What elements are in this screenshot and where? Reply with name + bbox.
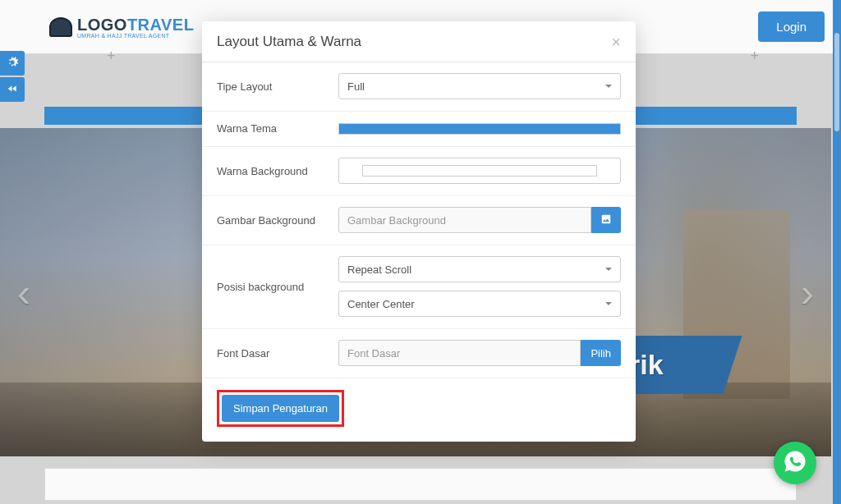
label-tipe-layout: Tipe Layout: [217, 80, 338, 93]
row-tipe-layout: Tipe Layout Full: [202, 62, 636, 112]
select-posisi-align-value: Center Center: [347, 298, 415, 310]
layout-settings-modal: Layout Utama & Warna × Tipe Layout Full …: [202, 21, 636, 442]
input-font-dasar[interactable]: Font Dasar: [338, 340, 581, 366]
label-posisi-background: Posisi background: [217, 281, 338, 293]
color-picker-background-wrap: [338, 158, 621, 184]
color-picker-tema[interactable]: [338, 123, 621, 135]
modal-title: Layout Utama & Warna: [217, 34, 361, 50]
save-settings-button[interactable]: Simpan Pengaturan: [222, 395, 339, 422]
label-warna-tema: Warna Tema: [217, 122, 338, 135]
row-warna-background: Warna Background: [202, 147, 636, 196]
save-highlight: Simpan Pengaturan: [217, 390, 344, 427]
row-posisi-background: Posisi background Repeat Scroll Center C…: [202, 245, 636, 329]
modal-header: Layout Utama & Warna ×: [202, 21, 636, 62]
modal-body: Tipe Layout Full Warna Tema Warna Backgr…: [202, 62, 636, 442]
select-tipe-layout-value: Full: [347, 80, 365, 93]
select-posisi-align[interactable]: Center Center: [338, 291, 621, 317]
select-tipe-layout[interactable]: Full: [338, 73, 621, 99]
label-gambar-background: Gambar Background: [217, 214, 338, 227]
pilih-font-button[interactable]: Pilih: [581, 340, 621, 366]
input-gambar-background[interactable]: Gambar Background: [338, 207, 591, 233]
browse-image-button[interactable]: [591, 207, 621, 233]
label-warna-background: Warna Background: [217, 165, 338, 177]
select-posisi-repeat-value: Repeat Scroll: [347, 263, 411, 276]
modal-footer: Simpan Pengaturan: [202, 378, 636, 442]
row-font-dasar: Font Dasar Font Dasar Pilih: [202, 329, 636, 378]
color-picker-background[interactable]: [362, 165, 598, 176]
modal-close-button[interactable]: ×: [611, 34, 621, 50]
select-posisi-repeat[interactable]: Repeat Scroll: [338, 256, 621, 282]
row-gambar-background: Gambar Background Gambar Background: [202, 196, 636, 245]
row-warna-tema: Warna Tema: [202, 112, 636, 147]
label-font-dasar: Font Dasar: [217, 347, 338, 360]
image-icon: [600, 213, 612, 227]
close-icon: ×: [611, 33, 621, 51]
